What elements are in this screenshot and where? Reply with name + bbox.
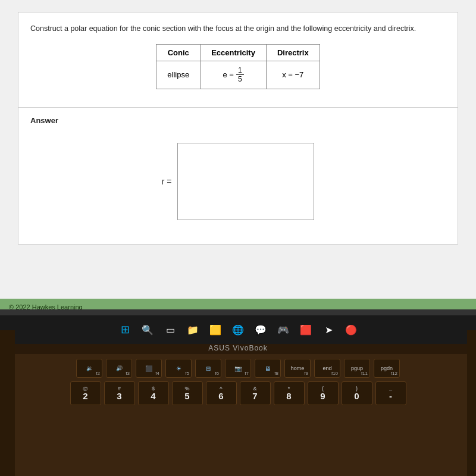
laptop-left-bezel bbox=[0, 330, 15, 476]
key-f7[interactable]: 📷 f7 bbox=[225, 359, 251, 378]
key-0-main: 0 bbox=[354, 392, 359, 400]
fraction-denominator: 5 bbox=[236, 75, 244, 83]
key-5-main: 5 bbox=[184, 392, 189, 400]
key-8-main: 8 bbox=[286, 392, 291, 400]
answer-input-area: r = bbox=[30, 137, 446, 226]
screen: Construct a polar equation for the conic… bbox=[0, 0, 476, 315]
key-f10[interactable]: end f10 bbox=[314, 359, 340, 378]
camera-icon: 📷 bbox=[234, 365, 242, 372]
key-6[interactable]: ^ 6 bbox=[206, 381, 237, 405]
fn-key-row: 🔉 f2 🔊 f3 ⬛ f4 ☀ f5 ⊟ f6 📷 f7 🖥 f8 home bbox=[0, 354, 476, 380]
f6-label: f6 bbox=[215, 371, 219, 376]
browser-icon[interactable]: 🌐 bbox=[230, 321, 246, 338]
vol-down-icon: 🔉 bbox=[86, 365, 93, 371]
key-f6[interactable]: ⊟ f6 bbox=[195, 359, 221, 378]
table-container: Conic Eccentricity Directrix ellipse e = bbox=[30, 44, 446, 89]
key-4[interactable]: $ 4 bbox=[138, 381, 169, 405]
col-header-conic: Conic bbox=[156, 44, 201, 61]
answer-label: Answer bbox=[30, 116, 446, 125]
key-dash-main: - bbox=[389, 392, 392, 400]
f7-label: f7 bbox=[245, 371, 249, 376]
key-5[interactable]: % 5 bbox=[172, 381, 203, 405]
task-icon: ⊟ bbox=[206, 365, 211, 372]
key-f5[interactable]: ☀ f5 bbox=[165, 359, 192, 378]
key-f3[interactable]: 🔊 f3 bbox=[106, 359, 132, 378]
eccentricity-value: e = 1 5 bbox=[223, 66, 243, 84]
key-3[interactable]: # 3 bbox=[104, 381, 135, 405]
search-icon[interactable]: 🔍 bbox=[139, 321, 156, 338]
taskview-icon[interactable]: ▭ bbox=[162, 321, 178, 338]
col-header-eccentricity: Eccentricity bbox=[201, 44, 267, 61]
key-7[interactable]: & 7 bbox=[240, 381, 271, 405]
f10-text: end bbox=[322, 365, 331, 371]
f12-label: f12 bbox=[391, 371, 397, 376]
question-box: Construct a polar equation for the conic… bbox=[18, 12, 458, 108]
folder-icon[interactable]: 🟨 bbox=[207, 321, 224, 338]
taskbar: ⊞ 🔍 ▭ 📁 🟨 🌐 💬 🎮 🟥 ➤ 🔴 bbox=[0, 315, 476, 344]
eccentricity-fraction: 1 5 bbox=[236, 66, 244, 84]
vol-up-icon: 🔊 bbox=[116, 365, 123, 371]
f8-label: f8 bbox=[274, 371, 278, 376]
key-f12[interactable]: pgdn f12 bbox=[374, 359, 400, 378]
key-7-main: 7 bbox=[252, 392, 257, 400]
key-0[interactable]: ) 0 bbox=[342, 381, 372, 405]
f11-label: f11 bbox=[361, 371, 368, 376]
e-label: e = bbox=[223, 70, 233, 79]
content-area: Construct a polar equation for the conic… bbox=[0, 0, 476, 299]
file-explorer-icon[interactable]: 📁 bbox=[184, 321, 201, 338]
f4-label: f4 bbox=[155, 371, 159, 376]
f5-label: f5 bbox=[185, 371, 189, 376]
answer-input-box[interactable] bbox=[177, 143, 314, 220]
cell-conic: ellipse bbox=[156, 61, 201, 89]
screen-icon: ⬛ bbox=[145, 365, 152, 372]
num-key-row: @ 2 # 3 $ 4 % 5 ^ 6 & 7 * 8 ( 9 bbox=[0, 380, 476, 406]
question-text: Construct a polar equation for the conic… bbox=[30, 23, 446, 35]
f3-label: f3 bbox=[126, 371, 130, 376]
key-6-main: 6 bbox=[218, 392, 223, 400]
col-header-directrix: Directrix bbox=[266, 44, 320, 61]
cell-directrix: x = −7 bbox=[266, 61, 320, 89]
key-3-main: 3 bbox=[117, 392, 121, 400]
keyboard-area: 🔉 f2 🔊 f3 ⬛ f4 ☀ f5 ⊟ f6 📷 f7 🖥 f8 home bbox=[0, 354, 476, 476]
f2-label: f2 bbox=[96, 371, 100, 376]
key-f2[interactable]: 🔉 f2 bbox=[76, 359, 102, 378]
arrow-icon[interactable]: ➤ bbox=[320, 321, 337, 338]
answer-section: Answer r = bbox=[18, 108, 458, 245]
office-icon[interactable]: 🟥 bbox=[298, 321, 314, 338]
key-9-main: 9 bbox=[320, 392, 325, 400]
discord-icon[interactable]: 💬 bbox=[252, 321, 269, 338]
conic-table: Conic Eccentricity Directrix ellipse e = bbox=[156, 44, 320, 89]
r-equals-label: r = bbox=[162, 177, 172, 186]
key-9[interactable]: ( 9 bbox=[308, 381, 339, 405]
f9-label: f9 bbox=[304, 371, 308, 376]
chrome-icon[interactable]: 🔴 bbox=[343, 321, 359, 338]
key-f9[interactable]: home f9 bbox=[284, 359, 311, 378]
key-f11[interactable]: pgup f11 bbox=[344, 359, 370, 378]
steam-icon[interactable]: 🎮 bbox=[275, 321, 292, 338]
fraction-numerator: 1 bbox=[236, 66, 244, 75]
key-8[interactable]: * 8 bbox=[274, 381, 305, 405]
key-2[interactable]: @ 2 bbox=[70, 381, 101, 405]
windows-icon[interactable]: ⊞ bbox=[117, 321, 133, 338]
key-f4[interactable]: ⬛ f4 bbox=[136, 359, 162, 378]
key-2-main: 2 bbox=[83, 392, 87, 400]
key-4-main: 4 bbox=[151, 392, 155, 400]
display-icon: 🖥 bbox=[265, 365, 271, 372]
key-dash[interactable]: _ - bbox=[375, 381, 406, 405]
cell-eccentricity: e = 1 5 bbox=[201, 61, 267, 89]
laptop-right-bezel bbox=[467, 330, 476, 476]
brightness-icon: ☀ bbox=[176, 365, 181, 372]
f10-label: f10 bbox=[331, 371, 338, 376]
f9-text: home bbox=[291, 365, 305, 371]
brand-label: ASUS VivoBook bbox=[0, 344, 476, 352]
key-f8[interactable]: 🖥 f8 bbox=[255, 359, 281, 378]
